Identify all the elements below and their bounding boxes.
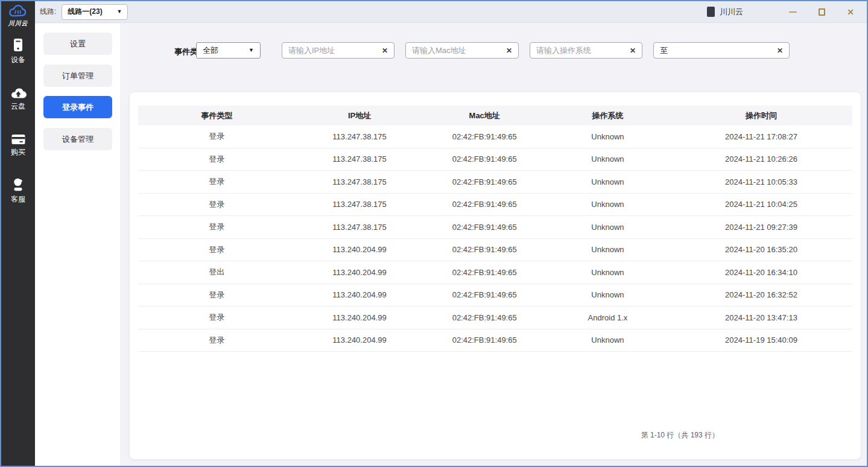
customer-service-icon [11, 177, 25, 192]
table-cell: 113.240.204.99 [295, 335, 423, 345]
window-title: 川川云 [720, 7, 743, 17]
logo-text: 川川云 [1, 19, 35, 28]
line-label: 线路: [40, 7, 56, 17]
table-cell: 登录 [138, 312, 295, 323]
table-cell: 登录 [138, 154, 295, 165]
minimize-icon [789, 11, 797, 13]
table-cell: 登录 [138, 131, 295, 142]
clear-date-icon[interactable]: ✕ [777, 47, 783, 54]
date-range-input[interactable] [660, 46, 772, 55]
table-cell: 2024-11-21 10:26:26 [670, 154, 852, 164]
table-cell: 2024-11-20 16:35:20 [670, 245, 852, 254]
sidebar-item-cloud-disk[interactable]: 云盘 [1, 87, 35, 112]
table-cell: 02:42:FB:91:49:65 [424, 268, 545, 277]
table-cell: Unknown [545, 132, 670, 141]
table-cell: 113.247.38.175 [295, 154, 423, 164]
table-cell: Unknown [545, 223, 670, 232]
column-header: 事件类型 [138, 110, 295, 121]
sidebar-item-label: 设备 [1, 55, 35, 65]
mac-filter-field: ✕ [405, 42, 519, 59]
table-cell: 113.247.38.175 [295, 200, 423, 209]
sidebar-item-customer-service[interactable]: 客服 [1, 177, 35, 205]
table-cell: 02:42:FB:91:49:65 [424, 154, 545, 164]
line-select[interactable]: 线路一(23) ▼ [62, 4, 128, 20]
ip-filter-input[interactable] [288, 46, 377, 55]
ip-filter-field: ✕ [282, 42, 394, 59]
app-icon [707, 7, 715, 17]
table-cell: 2024-11-20 16:32:52 [670, 290, 852, 299]
table-cell: 113.247.38.175 [295, 223, 423, 232]
events-table: 事件类型IP地址Mac地址操作系统操作时间 登录113.247.38.17502… [138, 106, 852, 352]
table-cell: Unknown [545, 268, 670, 277]
main-content: 事件类型 全部 ▼ ✕ ✕ ✕ ✕ 事件类型IP地址Mac地址操作系统操作时间 … [120, 24, 867, 466]
column-header: 操作时间 [670, 110, 852, 121]
table-cell: 2024-11-21 10:04:25 [670, 200, 852, 209]
menu-item-device-management[interactable]: 设备管理 [43, 128, 112, 150]
sidebar-item-devices[interactable]: 设备 [1, 37, 35, 65]
column-header: Mac地址 [424, 110, 545, 121]
date-range-field: ✕ [653, 42, 790, 59]
line-select-value: 线路一(23) [68, 7, 102, 17]
table-cell: 02:42:FB:91:49:65 [424, 223, 545, 232]
table-row: 登录113.240.204.9902:42:FB:91:49:65Unknown… [138, 329, 852, 352]
chevron-down-icon: ▼ [116, 9, 122, 14]
sidebar-item-label: 云盘 [1, 101, 35, 112]
sidebar-item-label: 购买 [1, 147, 35, 157]
menu-item-settings[interactable]: 设置 [43, 33, 112, 55]
table-cell: 登录 [138, 199, 295, 210]
maximize-icon [819, 8, 825, 16]
events-card: 事件类型IP地址Mac地址操作系统操作时间 登录113.247.38.17502… [130, 92, 861, 459]
table-cell: Unknown [545, 154, 670, 164]
table-row: 登出113.240.204.9902:42:FB:91:49:65Unknown… [138, 261, 852, 284]
column-header: 操作系统 [545, 110, 670, 121]
table-cell: Unknown [545, 177, 670, 186]
table-row: 登录113.247.38.17502:42:FB:91:49:65Unknown… [138, 171, 852, 194]
table-cell: 登录 [138, 335, 295, 346]
maximize-button[interactable] [815, 5, 828, 19]
table-cell: 登录 [138, 221, 295, 232]
sidebar-item-purchase[interactable]: 购买 [1, 133, 35, 157]
table-row: 登录113.240.204.9902:42:FB:91:49:65Unknown… [138, 284, 852, 307]
clear-mac-icon[interactable]: ✕ [506, 47, 512, 54]
logo-cloud-icon [7, 4, 29, 19]
purchase-icon [11, 133, 26, 145]
mac-filter-input[interactable] [412, 46, 501, 55]
close-icon: ✕ [847, 8, 854, 16]
menu-item-login-events[interactable]: 登录事件 [43, 96, 112, 118]
clear-ip-icon[interactable]: ✕ [382, 47, 388, 54]
table-row: 登录113.247.38.17502:42:FB:91:49:65Unknown… [138, 216, 852, 239]
os-filter-input[interactable] [536, 46, 625, 55]
table-cell: 113.240.204.99 [295, 313, 423, 322]
table-cell: Unknown [545, 245, 670, 254]
table-cell: 02:42:FB:91:49:65 [424, 245, 545, 254]
table-cell: 02:42:FB:91:49:65 [424, 290, 545, 299]
table-cell: 登录 [138, 176, 295, 187]
table-cell: 02:42:FB:91:49:65 [424, 177, 545, 186]
clear-os-icon[interactable]: ✕ [630, 47, 636, 54]
table-cell: Android 1.x [545, 313, 670, 322]
table-cell: 2024-11-21 09:27:39 [670, 223, 852, 232]
table-cell: 登录 [138, 244, 295, 255]
table-cell: 02:42:FB:91:49:65 [424, 313, 545, 322]
sidebar-item-label: 客服 [1, 194, 35, 205]
table-cell: Unknown [545, 335, 670, 345]
table-row: 登录113.240.204.9902:42:FB:91:49:65Unknown… [138, 239, 852, 262]
table-row: 登录113.240.204.9902:42:FB:91:49:65Android… [138, 307, 852, 329]
device-icon [11, 37, 25, 53]
column-header: IP地址 [295, 110, 423, 121]
table-row: 登录113.247.38.17502:42:FB:91:49:65Unknown… [138, 125, 852, 148]
table-cell: 登出 [138, 267, 295, 278]
event-type-select[interactable]: 全部 ▼ [196, 42, 261, 59]
app-logo: 川川云 [1, 4, 35, 28]
table-header-row: 事件类型IP地址Mac地址操作系统操作时间 [138, 106, 852, 125]
minimize-button[interactable] [786, 5, 799, 19]
close-button[interactable]: ✕ [844, 5, 857, 19]
table-cell: 2024-11-21 17:08:27 [670, 132, 852, 141]
chevron-down-icon: ▼ [249, 48, 254, 53]
pagination-status: 第 1-10 行（共 193 行） [641, 430, 719, 440]
table-cell: 113.247.38.175 [295, 177, 423, 186]
os-filter-field: ✕ [530, 42, 642, 59]
menu-item-order-management[interactable]: 订单管理 [43, 65, 112, 87]
table-cell: 2024-11-20 16:34:10 [670, 268, 852, 277]
event-type-value: 全部 [203, 45, 218, 56]
